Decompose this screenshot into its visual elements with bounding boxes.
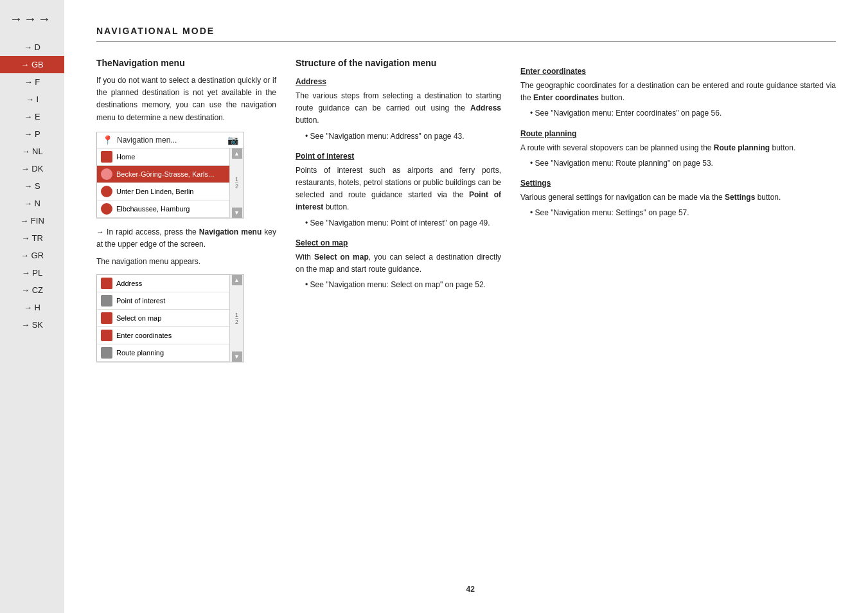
sidebar-item-cz[interactable]: → CZ xyxy=(0,281,64,299)
menu2-row-routeplanning: Route planning xyxy=(97,344,229,362)
menu2-routeplanning-text: Route planning xyxy=(116,349,226,357)
elb-icon xyxy=(101,203,112,215)
nav-menu-2: Address Point of interest Select on map xyxy=(96,274,244,362)
menu1-icon-left: 📍 xyxy=(102,135,113,145)
middle-selectmap-bullet: See "Navigation menu: Select on map" on … xyxy=(305,279,501,291)
left-heading: TheNavigation menu xyxy=(96,58,276,68)
sidebar-item-fin[interactable]: → FIN xyxy=(0,212,64,229)
sidebar-item-s[interactable]: → S xyxy=(0,177,64,195)
menu1-row-elb: Elbchaussee, Hamburg xyxy=(97,200,229,218)
middle-poi-bullet: See "Navigation menu: Point of interest"… xyxy=(305,217,501,229)
right-entercoords-heading: Enter coordinates xyxy=(520,67,836,76)
middle-heading: Structure of the navigation menu xyxy=(296,58,501,68)
menu2-address-text: Address xyxy=(116,280,226,287)
middle-poi-body: Points of interest such as airports and … xyxy=(296,164,501,214)
middle-poi-heading: Point of interest xyxy=(296,152,501,161)
right-settings-heading: Settings xyxy=(520,179,836,188)
menu2-scrollbar: ▲ 1 2 ▼ xyxy=(229,275,244,362)
sidebar: →→→ → D→ GB→ F→ I→ E→ P→ NL→ DK→ S→ N→ F… xyxy=(0,0,64,613)
sidebar-item-f[interactable]: → F xyxy=(0,73,64,91)
sidebar-item-p[interactable]: → P xyxy=(0,125,64,143)
menu1-title: Navigation men... xyxy=(117,136,227,145)
middle-address-heading: Address xyxy=(296,77,501,86)
menu1-row-unter: Unter Den Linden, Berlin xyxy=(97,183,229,200)
left-body1: If you do not want to select a destinati… xyxy=(96,75,276,124)
sidebar-item-gb[interactable]: → GB xyxy=(0,56,64,73)
home-icon xyxy=(101,151,112,163)
routeplanning-icon xyxy=(101,347,112,359)
left-body3: The navigation menu appears. xyxy=(96,256,276,268)
menu1-row-becker-text: Becker-Göring-Strasse, Karls... xyxy=(116,170,226,178)
right-routeplanning-bullet: See "Navigation menu: Route planning" on… xyxy=(530,157,836,170)
col-left: TheNavigation menu If you do not want to… xyxy=(96,58,276,370)
poi-icon xyxy=(101,295,112,306)
main-content: NAVIGATIONAL MODE TheNavigation menu If … xyxy=(64,0,868,613)
col-right: Enter coordinates The geographic coordin… xyxy=(520,58,836,370)
sidebar-item-n[interactable]: → N xyxy=(0,195,64,212)
menu1-row-elb-text: Elbchaussee, Hamburg xyxy=(116,205,226,213)
logo: →→→ xyxy=(10,12,52,26)
menu2-body: Address Point of interest Select on map xyxy=(97,275,244,362)
right-settings-bullet: See "Navigation menu: Settings" on page … xyxy=(530,207,836,219)
menu2-row-entercoords: Enter coordinates xyxy=(97,327,229,344)
menu1-row-home-text: Home xyxy=(116,153,226,161)
menu2-entercoords-text: Enter coordinates xyxy=(116,332,226,339)
menu2-row-poi: Point of interest xyxy=(97,292,229,310)
sidebar-item-tr[interactable]: → TR xyxy=(0,229,64,247)
col-middle: Structure of the navigation menu Address… xyxy=(296,58,501,370)
menu2-poi-text: Point of interest xyxy=(116,297,226,305)
page-number: 42 xyxy=(466,585,475,594)
middle-address-body: The various steps from selecting a desti… xyxy=(296,90,501,127)
sidebar-item-h[interactable]: → H xyxy=(0,299,64,316)
middle-address-bullet: See "Navigation menu: Address" on page 4… xyxy=(305,130,501,143)
menu2-row-address: Address xyxy=(97,275,229,292)
sidebar-item-i[interactable]: → I xyxy=(0,91,64,108)
sidebar-item-sk[interactable]: → SK xyxy=(0,316,64,333)
address-icon xyxy=(101,278,112,289)
middle-selectmap-heading: Select on map xyxy=(296,238,501,247)
entercoords-icon xyxy=(101,330,112,341)
selectmap-icon xyxy=(101,312,112,324)
sidebar-item-dk[interactable]: → DK xyxy=(0,160,64,177)
sidebar-item-pl[interactable]: → PL xyxy=(0,264,64,281)
menu1-row-becker: Becker-Göring-Strasse, Karls... xyxy=(97,166,229,183)
sidebar-item-nl[interactable]: → NL xyxy=(0,143,64,160)
right-routeplanning-body: A route with several stopovers can be pl… xyxy=(520,142,836,154)
menu1-scrollbar: ▲ 1 2 ▼ xyxy=(229,148,244,218)
columns-container: TheNavigation menu If you do not want to… xyxy=(96,58,836,370)
middle-selectmap-body: With Select on map, you can select a des… xyxy=(296,251,501,276)
menu1-row-home: Home xyxy=(97,148,229,166)
left-body2: → In rapid access, press the Navigation … xyxy=(96,226,276,251)
menu1-row-unter-text: Unter Den Linden, Berlin xyxy=(116,188,226,195)
menu2-rows: Address Point of interest Select on map xyxy=(97,275,229,362)
scroll-up-2[interactable]: ▲ xyxy=(232,275,242,285)
scroll-numbers-1: 1 2 xyxy=(235,159,238,208)
menu1-body: Home Becker-Göring-Strasse, Karls... Unt… xyxy=(97,148,244,218)
becker-icon xyxy=(101,168,112,180)
nav-menu-1: 📍 Navigation men... 📷 Home Becker-Göring… xyxy=(96,132,244,218)
right-entercoords-body: The geographic coordinates for a destina… xyxy=(520,80,836,104)
sidebar-item-d[interactable]: → D xyxy=(0,39,64,56)
right-entercoords-bullet: See "Navigation menu: Enter coordinates"… xyxy=(530,107,836,120)
sidebar-item-gr[interactable]: → GR xyxy=(0,247,64,264)
menu1-rows: Home Becker-Göring-Strasse, Karls... Unt… xyxy=(97,148,229,218)
menu2-selectmap-text: Select on map xyxy=(116,314,226,322)
menu2-row-selectmap: Select on map xyxy=(97,310,229,327)
unter-icon xyxy=(101,186,112,197)
scroll-down-2[interactable]: ▼ xyxy=(232,351,242,362)
menu1-titlebar: 📍 Navigation men... 📷 xyxy=(97,132,244,148)
menu1-icon-right: 📷 xyxy=(227,135,238,145)
page-title: NAVIGATIONAL MODE xyxy=(96,26,836,42)
right-settings-body: Various general settings for navigation … xyxy=(520,191,836,204)
scroll-numbers-2: 1 2 xyxy=(235,285,238,351)
right-routeplanning-heading: Route planning xyxy=(520,129,836,138)
scroll-down-1[interactable]: ▼ xyxy=(232,208,242,218)
scroll-up-1[interactable]: ▲ xyxy=(232,148,242,159)
sidebar-item-e[interactable]: → E xyxy=(0,108,64,125)
